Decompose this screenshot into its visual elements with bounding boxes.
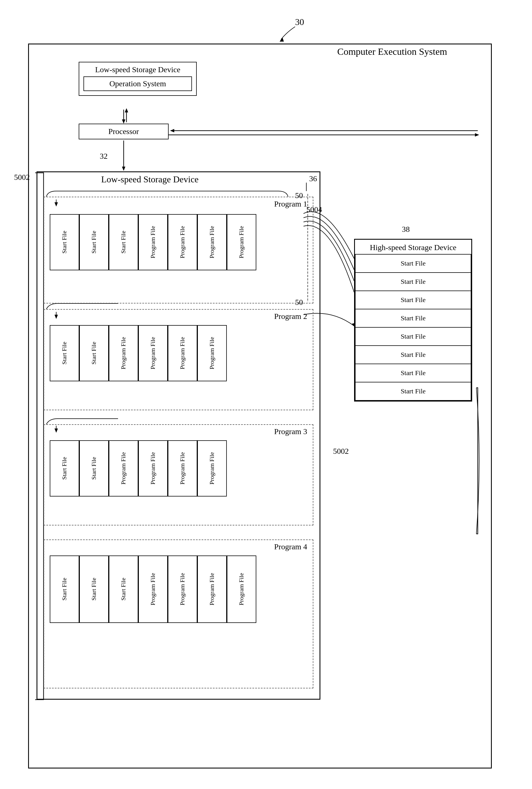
p4-file4: Program File [138, 556, 168, 623]
p3-file5: Program File [168, 440, 197, 497]
program3-section: Program 3 Start File Start File Program … [43, 424, 314, 525]
program1-label: Program 1 [274, 199, 307, 209]
hs-file5: Start File [355, 328, 471, 346]
p1-file6: Program File [197, 214, 227, 270]
label-38: 38 [402, 225, 410, 234]
program4-section: Program 4 Start File Start File Start Fi… [43, 539, 314, 688]
hs-file7: Start File [355, 364, 471, 382]
p2-file4: Program File [138, 325, 168, 381]
program2-section: Program 2 Start File Start File Program … [43, 309, 314, 410]
p3-file2: Start File [79, 440, 109, 497]
program4-label: Program 4 [274, 542, 307, 551]
p3-file1: Start File [50, 440, 79, 497]
label-50-first: 50 [295, 191, 303, 200]
figure-number: 30 [295, 17, 304, 27]
p4-file7: Program File [227, 556, 256, 623]
hs-file1: Start File [355, 254, 471, 273]
hs-file2: Start File [355, 273, 471, 291]
p1-file1: Start File [50, 214, 79, 270]
label-32: 32 [100, 152, 108, 161]
p2-file2: Start File [79, 325, 109, 381]
program1-section: Program 1 Start File Start File Start Fi… [43, 197, 314, 304]
operation-system-label: Operation System [109, 79, 166, 88]
p3-file6: Program File [197, 440, 227, 497]
operation-system-box: Operation System [83, 76, 192, 91]
p2-file1: Start File [50, 325, 79, 381]
high-speed-files-list: Start File Start File Start File Start F… [355, 254, 471, 401]
label-36: 36 [309, 174, 317, 183]
p2-file5: Program File [168, 325, 197, 381]
hs-file6: Start File [355, 346, 471, 364]
p4-file1: Start File [50, 556, 79, 623]
p4-file5: Program File [168, 556, 197, 623]
p2-file3: Program File [109, 325, 138, 381]
ces-label: Computer Execution System [337, 46, 447, 57]
high-speed-label: High-speed Storage Device [355, 240, 471, 254]
label-5002-right: 5002 [333, 447, 349, 456]
p2-file6: Program File [197, 325, 227, 381]
label-5002-left: 5002 [14, 173, 30, 182]
low-speed-top-box: Low-speed Storage Device Operation Syste… [79, 62, 197, 96]
p1-file2: Start File [79, 214, 109, 270]
high-speed-storage-box: High-speed Storage Device Start File Sta… [354, 239, 472, 402]
processor-box: Processor [79, 123, 169, 139]
label-5004: 5004 [306, 205, 322, 214]
low-speed-top-label: Low-speed Storage Device [83, 65, 192, 74]
hs-file8: Start File [355, 382, 471, 401]
p4-file3: Start File [109, 556, 138, 623]
p1-file4: Program File [138, 214, 168, 270]
svg-marker-0 [280, 37, 284, 42]
p1-file5: Program File [168, 214, 197, 270]
p4-file2: Start File [79, 556, 109, 623]
hs-file3: Start File [355, 291, 471, 309]
label-50-second: 50 [295, 298, 303, 307]
p3-file4: Program File [138, 440, 168, 497]
program3-label: Program 3 [274, 427, 307, 436]
p1-file7: Program File [227, 214, 256, 270]
p4-file6: Program File [197, 556, 227, 623]
low-speed-main-label: Low-speed Storage Device [101, 174, 199, 185]
processor-label: Processor [109, 127, 139, 136]
p3-file3: Program File [109, 440, 138, 497]
page: 30 Computer Execution System Low-speed S… [0, 0, 532, 789]
program2-label: Program 2 [274, 312, 307, 321]
hs-file4: Start File [355, 309, 471, 328]
p1-file3: Start File [109, 214, 138, 270]
